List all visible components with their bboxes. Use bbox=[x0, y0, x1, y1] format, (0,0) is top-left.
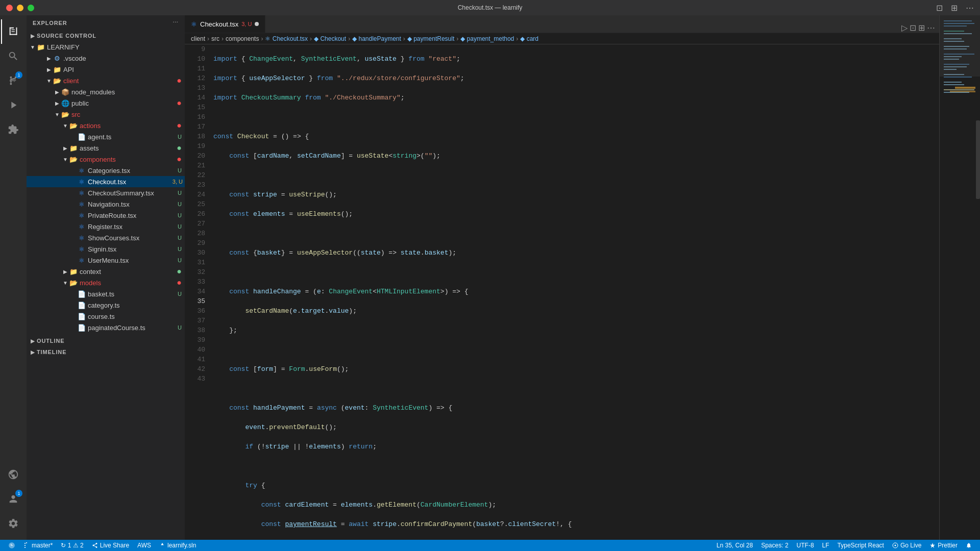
svg-rect-31 bbox=[944, 82, 962, 83]
new-file-icon[interactable]: ⋯ bbox=[173, 19, 179, 26]
spaces-status-item[interactable]: Spaces: 2 bbox=[757, 540, 792, 551]
breadcrumb-src[interactable]: src bbox=[211, 35, 219, 42]
basket-ts-file[interactable]: 📄 basket.ts U bbox=[27, 288, 185, 299]
split-editor-icon[interactable]: ⊡ bbox=[936, 3, 943, 13]
notifications-status-item[interactable] bbox=[962, 540, 976, 551]
sync-status-item[interactable]: ↻ 1 ⚠ 2 bbox=[57, 540, 87, 551]
liveshare-status-item[interactable]: Live Share bbox=[88, 540, 133, 551]
status-left: master* ↻ 1 ⚠ 2 Live Share AWS learnify.… bbox=[4, 540, 200, 551]
breadcrumb-components[interactable]: components bbox=[226, 35, 259, 42]
node-modules-icon: 📦 bbox=[61, 88, 69, 96]
svg-rect-5 bbox=[11, 31, 14, 32]
privateroute-tsx-file[interactable]: ⚛ PrivateRoute.tsx U bbox=[27, 210, 185, 221]
run-icon[interactable]: ▷ bbox=[901, 23, 908, 33]
sep4: › bbox=[310, 35, 312, 42]
actions-folder[interactable]: ▼ 📂 actions ● bbox=[27, 120, 185, 131]
signin-tsx-file[interactable]: ⚛ Signin.tsx U bbox=[27, 243, 185, 255]
nav-status: U bbox=[178, 201, 182, 207]
public-folder[interactable]: ▶ 🌐 public ● bbox=[27, 97, 185, 109]
timeline-section[interactable]: ▶ TIMELINE bbox=[27, 346, 185, 358]
solution-status-item[interactable]: learnify.sln bbox=[155, 540, 200, 551]
close-button[interactable] bbox=[6, 5, 13, 11]
minimize-button[interactable] bbox=[17, 5, 23, 11]
layout-icon[interactable]: ⊞ bbox=[951, 3, 958, 13]
more-actions-icon[interactable]: ⋯ bbox=[927, 23, 935, 33]
golive-status-item[interactable]: Go Live bbox=[888, 540, 925, 551]
public-status: ● bbox=[177, 99, 182, 107]
breadcrumb-checkout-fn[interactable]: ◆ Checkout bbox=[314, 35, 346, 42]
context-status: ● bbox=[177, 267, 182, 276]
learnify-root[interactable]: ▼ 📁 LEARNIFY bbox=[27, 41, 185, 53]
outline-section[interactable]: ▶ OUTLINE bbox=[27, 335, 185, 346]
node-modules-folder[interactable]: ▶ 📦 node_modules bbox=[27, 86, 185, 97]
svg-rect-1 bbox=[10, 28, 11, 35]
prettier-status-item[interactable]: Prettier bbox=[925, 540, 962, 551]
run-activity-icon[interactable] bbox=[1, 93, 26, 117]
extensions-activity-icon[interactable] bbox=[1, 117, 26, 142]
categories-label: Categories.tsx bbox=[88, 167, 178, 174]
private-status: U bbox=[178, 212, 182, 218]
vscode-label: .vscode bbox=[63, 55, 185, 62]
code-editor[interactable]: 9 10 11 12 13 14 15 16 17 18 19 20 21 22… bbox=[185, 44, 939, 540]
outline-label: OUTLINE bbox=[37, 338, 64, 344]
settings-activity-icon[interactable] bbox=[1, 511, 26, 536]
split-icon[interactable]: ⊡ bbox=[910, 23, 916, 33]
source-control-section[interactable]: ▶ SOURCE CONTROL bbox=[27, 30, 185, 41]
titlebar: Checkout.tsx — learnify ⊡ ⊞ ⋯ bbox=[0, 0, 980, 15]
remote-status-item[interactable] bbox=[4, 540, 19, 551]
breadcrumb-client[interactable]: client bbox=[191, 35, 205, 42]
activity-bar: 1 1 bbox=[0, 15, 27, 540]
layout-view-icon[interactable]: ⊞ bbox=[918, 23, 925, 33]
language-label: TypeScript React bbox=[838, 542, 884, 549]
breadcrumb-payment-method[interactable]: ◆ payment_method bbox=[460, 35, 514, 42]
src-folder[interactable]: ▼ 📂 src bbox=[27, 109, 185, 120]
timeline-label: TIMELINE bbox=[37, 349, 66, 355]
register-tsx-file[interactable]: ⚛ Register.tsx U bbox=[27, 221, 185, 232]
showcourses-tsx-file[interactable]: ⚛ ShowCourses.tsx U bbox=[27, 232, 185, 243]
eol-status-item[interactable]: LF bbox=[818, 540, 834, 551]
usermenu-icon: ⚛ bbox=[78, 256, 86, 264]
category-ts-file[interactable]: 📄 category.ts bbox=[27, 299, 185, 311]
encoding-status-item[interactable]: UTF-8 bbox=[793, 540, 818, 551]
aws-status-item[interactable]: AWS bbox=[133, 540, 155, 551]
checkoutsummary-tsx-file[interactable]: ⚛ CheckoutSummary.tsx U bbox=[27, 187, 185, 198]
api-folder[interactable]: ▶ 📁 API bbox=[27, 64, 185, 75]
public-icon: 🌐 bbox=[61, 99, 69, 107]
components-folder[interactable]: ▼ 📂 components ● bbox=[27, 154, 185, 165]
categories-tsx-file[interactable]: ⚛ Categories.tsx U bbox=[27, 165, 185, 176]
course-ts-file[interactable]: 📄 course.ts bbox=[27, 311, 185, 322]
navigation-tsx-file[interactable]: ⚛ Navigation.tsx U bbox=[27, 198, 185, 210]
usermenu-tsx-file[interactable]: ⚛ UserMenu.tsx U bbox=[27, 255, 185, 266]
source-control-activity-icon[interactable]: 1 bbox=[1, 68, 26, 93]
breadcrumb-checkout-file[interactable]: ⚛ Checkout.tsx bbox=[265, 35, 308, 42]
status-right: Ln 35, Col 28 Spaces: 2 UTF-8 LF TypeScr… bbox=[713, 540, 976, 551]
more-icon[interactable]: ⋯ bbox=[966, 3, 974, 13]
minimap-scroll[interactable] bbox=[976, 120, 980, 199]
client-folder[interactable]: ▼ 📂 client ● bbox=[27, 75, 185, 86]
code-content[interactable]: import { ChangeEvent, SyntheticEvent, us… bbox=[209, 44, 939, 540]
vscode-folder[interactable]: ▶ ⚙ .vscode bbox=[27, 53, 185, 64]
agent-ts-file[interactable]: 📄 agent.ts U bbox=[27, 131, 185, 142]
checkout-tsx-file[interactable]: ⚛ Checkout.tsx 3, U bbox=[27, 176, 185, 187]
account-activity-icon[interactable]: 1 bbox=[1, 487, 26, 511]
remote-activity-icon[interactable] bbox=[1, 462, 26, 487]
checkout-tab-icon: ⚛ bbox=[191, 20, 197, 28]
breadcrumb-handlepayment[interactable]: ◆ handlePayment bbox=[352, 35, 401, 42]
search-activity-icon[interactable] bbox=[1, 44, 26, 68]
position-status-item[interactable]: Ln 35, Col 28 bbox=[713, 540, 757, 551]
client-arrow: ▼ bbox=[45, 77, 53, 85]
assets-folder[interactable]: ▶ 📁 assets ● bbox=[27, 142, 185, 154]
api-label: API bbox=[63, 66, 185, 73]
context-folder[interactable]: ▶ 📁 context ● bbox=[27, 266, 185, 277]
breadcrumb-paymentresult[interactable]: ◆ paymentResult bbox=[407, 35, 454, 42]
models-folder[interactable]: ▼ 📂 models ● bbox=[27, 277, 185, 288]
branch-status-item[interactable]: master* bbox=[19, 540, 57, 551]
breadcrumb-card[interactable]: ◆ card bbox=[520, 35, 538, 42]
sep6: › bbox=[403, 35, 405, 42]
checkout-tab[interactable]: ⚛ Checkout.tsx 3, U bbox=[185, 15, 265, 33]
maximize-button[interactable] bbox=[28, 5, 34, 11]
explorer-activity-icon[interactable] bbox=[1, 19, 26, 44]
language-status-item[interactable]: TypeScript React bbox=[834, 540, 888, 551]
checkout-tab-errors: 3, U bbox=[241, 21, 252, 27]
paginatedcourse-ts-file[interactable]: 📄 paginatedCourse.ts U bbox=[27, 322, 185, 333]
